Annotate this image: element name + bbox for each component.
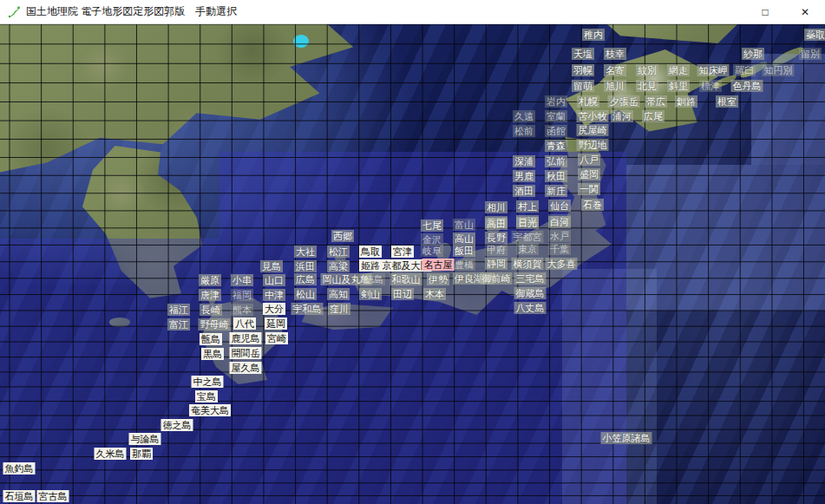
map-sheet-label[interactable]: 松江 <box>327 245 350 258</box>
close-button[interactable]: ✕ <box>785 0 825 24</box>
map-sheet-label[interactable]: 大社 <box>294 245 317 258</box>
map-sheet-label[interactable]: 野辺地 <box>577 139 609 151</box>
map-sheet-label[interactable]: 七尾 <box>421 219 443 232</box>
map-sheet-label[interactable]: 白河 <box>548 216 571 228</box>
map-sheet-label[interactable]: 深浦 <box>513 155 535 167</box>
map-sheet-label[interactable]: 盛岡 <box>578 168 600 180</box>
map-sheet-label[interactable]: 名古屋 <box>422 259 455 271</box>
map-sheet-label[interactable]: 帯広 <box>645 95 667 108</box>
map-sheet-label[interactable]: 久米島 <box>95 448 127 460</box>
map-sheet-label[interactable]: 広島 <box>294 273 317 285</box>
map-sheet-label[interactable]: 高山 <box>453 232 475 245</box>
map-sheet-label[interactable]: 天塩 <box>572 48 594 60</box>
map-sheet-label[interactable]: 黒島 <box>201 348 224 360</box>
map-sheet-label[interactable]: 熊本 <box>231 304 253 316</box>
map-sheet-label[interactable]: 開聞岳 <box>230 347 262 359</box>
map-sheet-label[interactable]: 東京 <box>516 243 539 255</box>
map-sheet-label[interactable]: 与論島 <box>129 433 161 445</box>
map-sheet-label[interactable]: 宇都宮 <box>512 231 544 243</box>
map-sheet-label[interactable]: 田辺 <box>391 288 414 300</box>
map-sheet-label[interactable]: 紋別 <box>636 64 658 76</box>
map-sheet-label[interactable]: 中津 <box>263 289 285 301</box>
map-sheet-label[interactable]: 富江 <box>167 318 190 331</box>
map-sheet-label[interactable]: 甲府 <box>485 244 507 256</box>
map-sheet-label[interactable]: 甑島 <box>200 333 222 345</box>
map-sheet-label[interactable]: 西郷 <box>331 230 354 242</box>
map-sheet-label[interactable]: 長野 <box>485 232 507 244</box>
map-sheet-label[interactable]: 富山 <box>453 219 475 231</box>
map-sheet-label[interactable]: 高梁 <box>327 260 350 272</box>
map-sheet-label[interactable]: 宮崎 <box>265 332 288 344</box>
map-sheet-label[interactable]: 御前崎 <box>481 272 513 285</box>
map-sheet-label[interactable]: 姫路 <box>359 259 382 272</box>
map-sheet-label[interactable]: 高田 <box>485 218 507 230</box>
map-sheet-label[interactable]: 窪川 <box>328 303 350 315</box>
map-sheet-label[interactable]: 苫小牧 <box>577 110 609 122</box>
map-sheet-label[interactable]: 室蘭 <box>545 110 567 122</box>
map-sheet-label[interactable]: 枝幸 <box>604 48 626 60</box>
map-sheet-label[interactable]: 尻屋崎 <box>577 124 609 136</box>
map-sheet-label[interactable]: 弘前 <box>545 155 567 167</box>
map-sheet-label[interactable]: 三宅島 <box>514 272 547 285</box>
map-sheet-label[interactable]: 野母崎 <box>199 318 231 331</box>
map-sheet-label[interactable]: 紗那 <box>742 48 764 60</box>
map-sheet-label[interactable]: 八丈島 <box>514 302 547 314</box>
map-sheet-label[interactable]: 剣山 <box>359 288 382 300</box>
map-sheet-label[interactable]: 小串 <box>231 274 253 286</box>
map-sheet-label[interactable]: 留萌 <box>572 80 594 92</box>
map-sheet-label[interactable]: 石巻 <box>581 199 604 211</box>
map-sheet-label[interactable]: 徳之島 <box>161 419 193 431</box>
map-sheet-label[interactable]: 斜里 <box>667 80 690 92</box>
map-sheet-label[interactable]: 旭川 <box>604 80 626 92</box>
map-sheet-label[interactable]: 秋田 <box>545 170 567 182</box>
map-sheet-label[interactable]: 横須賀 <box>512 258 544 270</box>
map-sheet-label[interactable]: 山口 <box>263 274 285 286</box>
map-sheet-label[interactable]: 屋久島 <box>230 362 262 374</box>
map-sheet-label[interactable]: 蘂取 <box>804 29 825 41</box>
map-sheet-label[interactable]: 唐津 <box>199 289 221 301</box>
map-sheet-label[interactable]: 札幌 <box>577 95 599 108</box>
map-sheet-label[interactable]: 和歌山 <box>390 273 422 285</box>
map-sheet-label[interactable]: 網走 <box>667 64 690 76</box>
map-sheet-label[interactable]: 御蔵島 <box>514 287 547 299</box>
map-sheet-label[interactable]: 稚内 <box>582 29 605 41</box>
map-sheet-label[interactable]: 男鹿 <box>513 170 535 182</box>
map-sheet-label[interactable]: 宇和島 <box>291 303 324 315</box>
map-sheet-label[interactable]: 伊勢 <box>427 273 449 285</box>
map-canvas[interactable]: 稚内蘂取天塩枝幸紗那留別羽幌名寄紋別網走知床岬羅臼知円別留萌旭川北見斜里標津色丹… <box>0 24 825 504</box>
maximize-button[interactable]: □ <box>745 0 785 24</box>
map-sheet-label[interactable]: 標津 <box>699 80 722 92</box>
map-sheet-label[interactable]: 留別 <box>799 48 822 60</box>
map-sheet-label[interactable]: 日光 <box>516 217 539 229</box>
map-sheet-label[interactable]: 浦河 <box>611 110 633 122</box>
map-sheet-label[interactable]: 岩内 <box>545 95 567 108</box>
map-sheet-label[interactable]: 宝島 <box>195 390 218 403</box>
map-sheet-label[interactable]: 中之島 <box>192 376 224 388</box>
map-sheet-label[interactable]: 名寄 <box>604 64 626 76</box>
map-sheet-label[interactable]: 久遠 <box>513 110 535 122</box>
map-sheet-label[interactable]: 小笠原諸島 <box>601 432 652 444</box>
map-sheet-label[interactable]: 夕張岳 <box>608 95 640 108</box>
map-sheet-label[interactable]: 酒田 <box>513 185 535 197</box>
map-sheet-label[interactable]: 松山 <box>294 288 317 300</box>
map-sheet-label[interactable]: 八戸 <box>578 154 600 166</box>
map-sheet-label[interactable]: 千葉 <box>548 243 571 255</box>
map-sheet-label[interactable]: 大多喜 <box>546 258 578 270</box>
map-sheet-label[interactable]: 岐阜 <box>421 245 443 257</box>
map-sheet-label[interactable]: 釧路 <box>675 95 697 108</box>
map-sheet-label[interactable]: 大分 <box>263 303 285 315</box>
map-sheet-label[interactable]: 石垣島 <box>3 490 36 502</box>
map-sheet-label[interactable]: 村上 <box>516 200 539 213</box>
map-sheet-label[interactable]: 飯田 <box>453 245 475 257</box>
map-sheet-label[interactable]: 魚釣島 <box>3 462 36 475</box>
map-sheet-label[interactable]: 延岡 <box>265 317 287 330</box>
map-sheet-label[interactable]: 金沢 <box>421 233 443 245</box>
map-sheet-label[interactable]: 仙台 <box>548 200 571 212</box>
map-sheet-label[interactable]: 一関 <box>578 183 600 195</box>
map-sheet-label[interactable]: 根室 <box>716 95 738 108</box>
map-sheet-label[interactable]: 広尾 <box>642 110 665 122</box>
map-sheet-label[interactable]: 色丹島 <box>731 80 763 92</box>
map-sheet-label[interactable]: 浜田 <box>294 260 317 272</box>
map-sheet-label[interactable]: 宮津 <box>391 245 414 258</box>
map-sheet-label[interactable]: 奄美大島 <box>189 404 231 416</box>
